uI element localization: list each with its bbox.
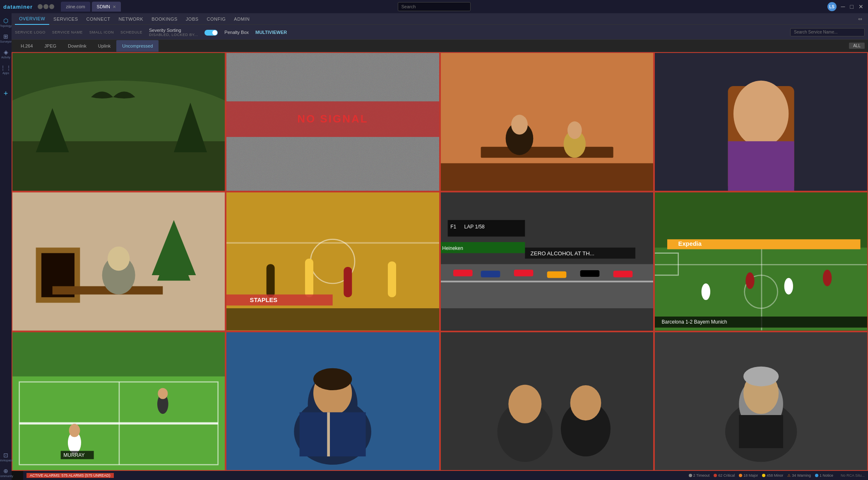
titlebar-max-icon[interactable]: □ (849, 3, 855, 10)
window-action-buttons: ─ □ ✕ (840, 3, 865, 10)
sidebar-topology-label: Topology (0, 24, 12, 27)
warning-badge: ⚠ 34 Warning (787, 473, 811, 478)
tile-atres-inner: ATRES MEDIA ATRESMEDIA A (441, 332, 653, 470)
tab-sdmn-close[interactable]: ✕ (113, 5, 116, 9)
restore-btn[interactable] (49, 4, 54, 9)
nav-connect[interactable]: CONNECT (82, 13, 115, 25)
svg-rect-46 (481, 271, 500, 278)
svg-rect-40 (226, 295, 333, 306)
tile-bbc[interactable]: BBC NEWS BBC NEWS (12, 192, 226, 331)
timeout-count: 2 Timeout (693, 473, 710, 478)
svg-rect-77 (19, 422, 218, 424)
dr1-scene-svg: MURRAY (12, 332, 225, 470)
svg-text:STAPLES: STAPLES (250, 297, 278, 304)
add-icon: + (4, 89, 8, 98)
avatar[interactable]: LS (827, 2, 837, 11)
nav-network[interactable]: NETWORK (114, 13, 147, 25)
window-controls[interactable] (38, 4, 54, 9)
svg-rect-55 (447, 220, 525, 237)
zdf-scene-svg (12, 53, 225, 191)
sidebar-add[interactable]: + (1, 86, 11, 101)
filter-uncompressed[interactable]: Uncompressed (116, 40, 159, 52)
canal-scene-svg: STAPLES (226, 192, 439, 330)
tile-canal-inner: STAPLES CANAL PLUS CANAL+ (226, 192, 439, 330)
tile-ch5[interactable]: Expedia Barcelona 1-2 Bayern Munich CHAN… (654, 192, 868, 331)
svg-rect-10 (481, 147, 613, 158)
activity-icon: ◈ (4, 49, 8, 55)
tile-zdf[interactable]: ZDF ZDF (12, 52, 226, 192)
titlebar-search (398, 2, 471, 11)
tile-abc-inner: ABC abc (441, 53, 653, 191)
titlebar-min-icon[interactable]: ─ (840, 3, 846, 10)
atv-video-bg (655, 332, 867, 470)
tab-sdmn[interactable]: SDMN ✕ (92, 2, 121, 12)
nav-services[interactable]: SERVICES (49, 13, 82, 25)
sidebar-item-community[interactable]: ⊕ Community (1, 465, 11, 480)
tile-3hd[interactable]: ZERO ALCOHOL AT TH... Heineken F1 LAP 1/… (440, 192, 654, 331)
canal-video-bg: STAPLES (226, 192, 439, 330)
sidebar-item-workspace[interactable]: ⊡ Workspace (1, 449, 11, 464)
sidebar-item-topology[interactable]: ⬡ Topology (1, 15, 11, 30)
nav-jobs[interactable]: JOBS (182, 13, 203, 25)
titlebar-close-icon[interactable]: ✕ (857, 3, 865, 10)
f1-video-bg: ZERO ALCOHOL AT TH... Heineken F1 LAP 1/… (441, 192, 653, 330)
sidebar-item-surveyor[interactable]: ⊞ Surveyor (1, 31, 11, 46)
atres-scene-svg (441, 332, 653, 470)
filter-uplink[interactable]: Uplink (92, 40, 117, 52)
tile-ard1[interactable]: ARD 1 ARD ➊ (654, 52, 868, 192)
filter-downlink[interactable]: Downlink (62, 40, 92, 52)
severity-value: Severity Sorting (149, 28, 198, 33)
tile-cnbc-inner: NO SIGNAL CNBC CNBC (226, 53, 439, 191)
tile-atv[interactable]: ATV ATV (654, 331, 868, 471)
ch5-scene-svg: Expedia Barcelona 1-2 Bayern Munich (655, 192, 867, 330)
zdf-video-bg (12, 53, 225, 191)
svg-point-12 (511, 115, 527, 134)
tile-cnbc[interactable]: NO SIGNAL CNBC CNBC (226, 52, 440, 192)
tab-ziine-label: ziine.com (66, 4, 85, 9)
sidebar-apps-label: Apps (2, 72, 9, 74)
svg-text:ZERO ALCOHOL AT TH...: ZERO ALCOHOL AT TH... (530, 250, 594, 257)
tile-ard1-inner: ARD 1 ARD ➊ (655, 53, 867, 191)
tile-dr1[interactable]: MURRAY DR 1 1 DR (12, 331, 226, 471)
nav-config[interactable]: CONFIG (203, 13, 230, 25)
multiviewer-btn[interactable]: MULTIVIEWER (255, 30, 287, 35)
tile-fox[interactable]: FOX NEWS FOX NEWS channel (226, 331, 440, 471)
minor-count: 458 Minor (767, 473, 783, 478)
filter-h264[interactable]: H.264 (15, 40, 38, 52)
severity-toggle[interactable] (204, 30, 218, 36)
top-nav: OVERVIEW SERVICES CONNECT NETWORK BOOKIN… (12, 13, 868, 25)
service-icon-block: SMALL ICON (89, 30, 114, 34)
minimize-btn[interactable] (38, 4, 43, 9)
filter-jpeg[interactable]: JPEG (38, 40, 62, 52)
timeout-dot (689, 474, 692, 477)
active-alarms[interactable]: ACTIVE ALARMS: 575 ALARMS (575 UNREAD) (26, 473, 114, 478)
workspace-icon: ⊡ (3, 452, 8, 458)
nav-overview[interactable]: OVERVIEW (15, 13, 49, 25)
topology-icon: ⬡ (3, 17, 8, 24)
service-schedule-block: SCHEDULE (120, 30, 142, 34)
tile-canal[interactable]: STAPLES CANAL PLUS CANAL+ (226, 192, 440, 331)
minor-badge: 458 Minor (762, 473, 783, 478)
tile-abc[interactable]: ABC abc (440, 52, 654, 192)
maximize-btn[interactable] (43, 4, 48, 9)
nav-admin[interactable]: ADMIN (230, 13, 254, 25)
community-icon: ⊕ (3, 468, 8, 474)
all-button[interactable]: ALL (849, 43, 865, 49)
sidebar-item-activity[interactable]: ◈ Activity (1, 46, 11, 61)
tile-atres[interactable]: ATRES MEDIA ATRESMEDIA A (440, 331, 654, 471)
nav-bookings[interactable]: BOOKINGS (147, 13, 182, 25)
critical-count: 62 Critical (718, 473, 735, 478)
search-input[interactable] (398, 2, 471, 11)
notice-badge: 1 Notice (815, 473, 833, 478)
status-bar: ACTIVE ALARMS: 575 ALARMS (575 UNREAD) 2… (23, 471, 868, 480)
sidebar-item-apps[interactable]: ⋮⋮ Apps (1, 62, 11, 77)
tab-ziine[interactable]: ziine.com (61, 2, 90, 12)
expand-icon[interactable]: ⇔ (856, 16, 865, 22)
service-search-input[interactable] (790, 28, 865, 36)
warning-icon: ⚠ (787, 473, 791, 478)
service-name-block: SERVICE NAME (52, 30, 83, 34)
svg-point-67 (823, 270, 832, 286)
svg-rect-44 (441, 281, 653, 283)
svg-rect-50 (613, 271, 632, 278)
tile-3hd-inner: ZERO ALCOHOL AT TH... Heineken F1 LAP 1/… (441, 192, 653, 330)
